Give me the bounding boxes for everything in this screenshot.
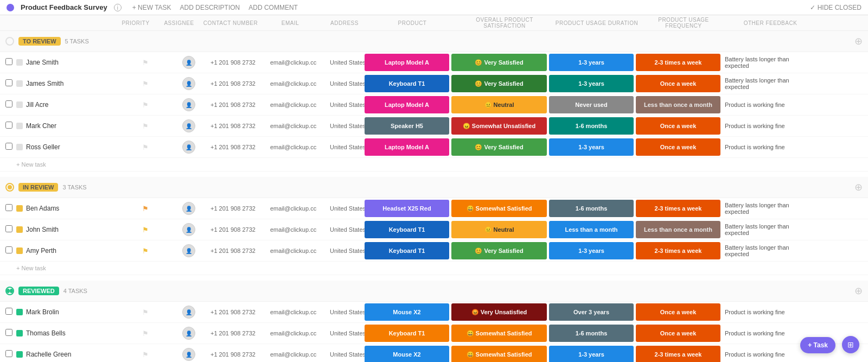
task-assignee-0-1[interactable]: 👤: [167, 77, 210, 90]
satisfaction-pill: 😊 Very Satisfied: [451, 54, 547, 71]
avatar: 👤: [182, 327, 195, 340]
task-satisfaction-1-1: 😐 Neutral: [450, 219, 548, 240]
task-row[interactable]: Rachelle Green ⚑ 👤 +1 201 908 2732 email…: [0, 344, 868, 362]
new-task-in-review[interactable]: + New task: [0, 262, 868, 275]
task-name: John Smith: [26, 226, 124, 233]
col-product-header: PRODUCT: [369, 20, 456, 26]
task-row[interactable]: Amy Perth ⚑ 👤 +1 201 908 2732 email@clic…: [0, 240, 868, 262]
task-product-2-2: Mouse X2: [363, 344, 450, 362]
task-priority-1-1[interactable]: ⚑: [124, 226, 167, 234]
top-right: ✓ HIDE CLOSED: [810, 4, 861, 11]
task-email-0-1: email@clickup.cc: [270, 80, 330, 87]
section-spacer: [0, 275, 868, 281]
avatar: 👤: [182, 119, 195, 132]
task-assignee-0-2[interactable]: 👤: [167, 98, 210, 111]
task-checkbox-1-1[interactable]: [5, 225, 16, 234]
frequency-pill: Once a week: [636, 303, 720, 321]
satisfaction-pill: 😊 Very Satisfied: [451, 138, 547, 156]
task-row[interactable]: Mark Cher ⚑ 👤 +1 201 908 2732 email@clic…: [0, 116, 868, 137]
task-row[interactable]: Ross Geller ⚑ 👤 +1 201 908 2732 email@cl…: [0, 137, 868, 158]
task-priority-1-2[interactable]: ⚑: [124, 247, 167, 255]
task-assignee-0-0[interactable]: 👤: [167, 56, 210, 69]
task-assignee-1-0[interactable]: 👤: [167, 202, 210, 215]
task-row[interactable]: John Smith ⚑ 👤 +1 201 908 2732 email@cli…: [0, 219, 868, 240]
info-icon: i: [114, 4, 122, 11]
task-checkbox-0-2[interactable]: [5, 100, 16, 109]
task-product-1-0: Headset X25 Red: [363, 198, 450, 219]
task-email-0-4: email@clickup.cc: [270, 144, 330, 150]
section-add-reviewed[interactable]: ⊕: [854, 285, 863, 297]
task-checkbox-0-1[interactable]: [5, 79, 16, 88]
task-assignee-2-2[interactable]: 👤: [167, 348, 210, 361]
task-name: Amy Perth: [26, 247, 124, 255]
duration-pill: 1-6 months: [549, 325, 634, 342]
add-description-action[interactable]: ADD DESCRIPTION: [180, 4, 240, 11]
task-priority-1-0[interactable]: ⚑: [124, 205, 167, 213]
duration-pill: 1-3 years: [549, 54, 634, 71]
task-assignee-0-3[interactable]: 👤: [167, 119, 210, 132]
satisfaction-pill: 😐 Neutral: [451, 221, 547, 238]
task-priority-0-2[interactable]: ⚑: [124, 101, 167, 109]
task-name: Thomas Bells: [26, 329, 124, 337]
task-contact-0-3: +1 201 908 2732: [210, 123, 270, 129]
task-satisfaction-2-2: 😄 Somewhat Satisfied: [450, 344, 548, 362]
task-product-2-0: Mouse X2: [363, 302, 450, 322]
task-duration-0-1: 1-3 years: [548, 73, 635, 94]
col-email-header: EMAIL: [260, 20, 320, 26]
task-row[interactable]: Thomas Bells ⚑ 👤 +1 201 908 2732 email@c…: [0, 323, 868, 344]
task-priority-2-2[interactable]: ⚑: [124, 351, 167, 359]
product-pill: Keyboard T1: [365, 75, 449, 92]
columns-header-row: PRIORITY ASSIGNEE CONTACT NUMBER EMAIL A…: [0, 15, 868, 31]
task-row[interactable]: Ben Adams ⚑ 👤 +1 201 908 2732 email@clic…: [0, 198, 868, 219]
task-assignee-2-1[interactable]: 👤: [167, 327, 210, 340]
satisfaction-pill: 😡 Very Unsatisfied: [451, 303, 547, 321]
top-actions: + NEW TASK ADD DESCRIPTION ADD COMMENT: [132, 4, 298, 11]
task-priority-2-1[interactable]: ⚑: [124, 329, 167, 338]
task-fab-label: + Task: [808, 341, 828, 349]
task-satisfaction-2-0: 😡 Very Unsatisfied: [450, 302, 548, 322]
task-fab[interactable]: + Task: [800, 337, 835, 353]
priority-flag: ⚑: [142, 205, 149, 213]
task-priority-0-0[interactable]: ⚑: [124, 59, 167, 67]
task-contact-0-4: +1 201 908 2732: [210, 144, 270, 150]
product-pill: Speaker H5: [365, 117, 449, 135]
task-assignee-0-4[interactable]: 👤: [167, 141, 210, 154]
section-add-to-review[interactable]: ⊕: [854, 35, 863, 47]
task-priority-0-3[interactable]: ⚑: [124, 122, 167, 130]
section-badge-reviewed: REVIEWED: [18, 287, 59, 295]
task-frequency-2-2: 2-3 times a week: [635, 344, 722, 362]
grid-fab[interactable]: ⊞: [842, 336, 859, 353]
task-checkbox-2-2[interactable]: [5, 350, 16, 359]
task-row[interactable]: Mark Brolin ⚑ 👤 +1 201 908 2732 email@cl…: [0, 302, 868, 323]
task-color-dot: [16, 226, 23, 233]
task-checkbox-2-0[interactable]: [5, 308, 16, 316]
app-dot: [7, 4, 14, 11]
task-row[interactable]: Jill Acre ⚑ 👤 +1 201 908 2732 email@clic…: [0, 94, 868, 116]
task-checkbox-0-0[interactable]: [5, 58, 16, 67]
task-checkbox-0-4[interactable]: [5, 143, 16, 151]
task-priority-0-1[interactable]: ⚑: [124, 80, 167, 88]
task-feedback-0-4: Product is working fine: [722, 144, 808, 150]
task-checkbox-2-1[interactable]: [5, 329, 16, 338]
task-checkbox-1-0[interactable]: [5, 204, 16, 213]
task-row[interactable]: Jane Smith ⚑ 👤 +1 201 908 2732 email@cli…: [0, 52, 868, 73]
task-satisfaction-2-1: 😄 Somewhat Satisfied: [450, 323, 548, 344]
section-add-in-review[interactable]: ⊕: [854, 181, 863, 193]
new-task-to-review[interactable]: + New task: [0, 158, 868, 172]
section-count-reviewed: 4 TASKS: [63, 288, 87, 294]
hide-closed-button[interactable]: ✓ HIDE CLOSED: [810, 4, 861, 11]
avatar: 👤: [182, 306, 195, 319]
task-assignee-2-0[interactable]: 👤: [167, 306, 210, 319]
task-assignee-1-1[interactable]: 👤: [167, 223, 210, 236]
add-comment-action[interactable]: ADD COMMENT: [248, 4, 298, 11]
task-row[interactable]: James Smith ⚑ 👤 +1 201 908 2732 email@cl…: [0, 73, 868, 94]
task-checkbox-1-2[interactable]: [5, 246, 16, 255]
task-assignee-1-2[interactable]: 👤: [167, 244, 210, 257]
new-task-action[interactable]: + NEW TASK: [132, 4, 171, 11]
task-priority-2-0[interactable]: ⚑: [124, 308, 167, 316]
avatar: 👤: [182, 56, 195, 69]
task-checkbox-0-3[interactable]: [5, 122, 16, 130]
task-priority-0-4[interactable]: ⚑: [124, 143, 167, 151]
task-contact-0-1: +1 201 908 2732: [210, 80, 270, 87]
task-frequency-0-3: Once a week: [635, 116, 722, 136]
